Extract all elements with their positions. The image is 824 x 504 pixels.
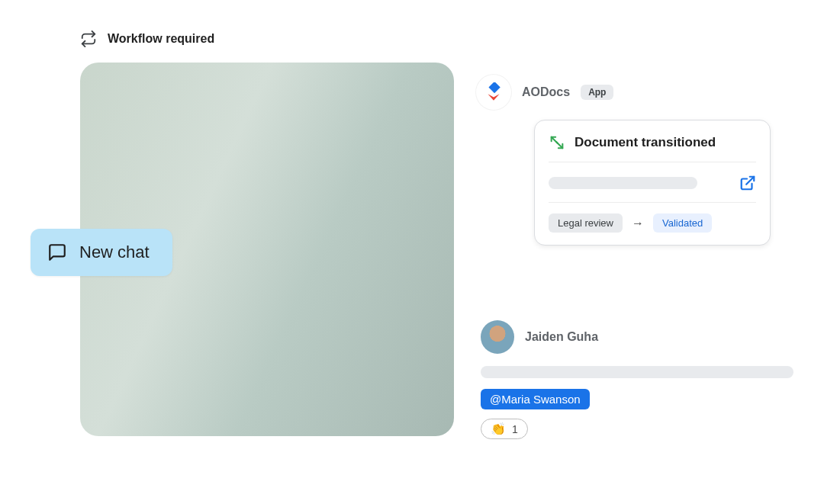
svg-rect-0 (488, 82, 500, 93)
transition-icon (549, 134, 565, 151)
new-chat-label: New chat (79, 242, 150, 262)
workflow-title: Workflow required (108, 32, 214, 46)
aodocs-row: AODocs App (476, 75, 613, 110)
aodocs-logo-icon (476, 75, 511, 110)
app-badge: App (581, 85, 613, 100)
reaction-chip[interactable]: 👏 1 (481, 419, 528, 439)
workflow-header: Workflow required (80, 30, 214, 47)
reaction-count: 1 (512, 423, 518, 435)
message-author: Jaiden Guha (525, 330, 598, 344)
document-card-header: Document transitioned (549, 134, 756, 162)
arrow-right-icon: → (632, 217, 644, 230)
status-row: Legal review → Validated (549, 203, 756, 233)
mention-chip[interactable]: @Maria Swanson (481, 389, 590, 409)
status-from-chip: Legal review (549, 213, 623, 233)
document-card: Document transitioned Legal review → Val… (534, 120, 771, 246)
new-chat-button[interactable]: New chat (31, 229, 172, 276)
open-external-icon[interactable] (739, 175, 756, 191)
chat-icon (47, 242, 67, 262)
avatar[interactable] (481, 320, 514, 354)
repeat-icon (80, 30, 97, 47)
status-to-chip: Validated (653, 213, 712, 233)
placeholder-bar (549, 177, 697, 189)
aodocs-name: AODocs (522, 85, 570, 99)
clap-emoji-icon: 👏 (491, 422, 506, 436)
document-card-title: Document transitioned (575, 135, 716, 150)
message-header: Jaiden Guha (481, 320, 793, 354)
document-link-row (549, 162, 756, 203)
svg-line-1 (746, 177, 754, 185)
chat-message: Jaiden Guha @Maria Swanson 👏 1 (481, 320, 793, 439)
placeholder-bar (481, 366, 793, 378)
